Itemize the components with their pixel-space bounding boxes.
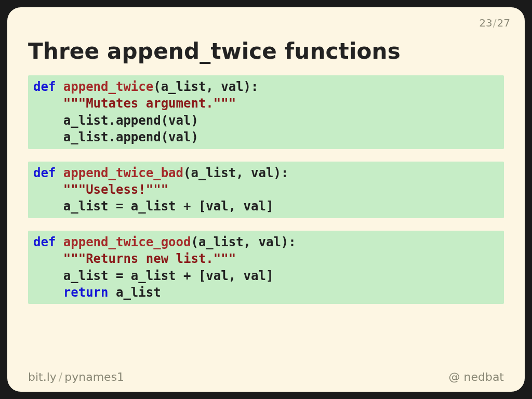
kw-def: def	[33, 166, 63, 180]
fn-name: append_twice_bad	[63, 166, 183, 180]
kw-return: return	[63, 285, 109, 300]
code-line: a_list = a_list + [val, val]	[33, 199, 273, 214]
indent	[33, 182, 63, 197]
code-line: a_list.append(val)	[33, 130, 198, 144]
fn-name: append_twice	[63, 79, 153, 94]
footer-link: bit.ly/pynames1	[28, 370, 124, 383]
indent	[33, 96, 63, 111]
page-counter: 23/27	[479, 17, 510, 29]
slide-content: Three append_twice functions def append_…	[28, 38, 504, 316]
code-rest: a_list	[109, 285, 161, 300]
fn-params: (a_list, val):	[153, 79, 258, 94]
kw-def: def	[33, 79, 63, 94]
indent	[33, 285, 63, 300]
slide-footer: bit.ly/pynames1 @ nedbat	[28, 370, 504, 383]
code-block-2: def append_twice_bad(a_list, val): """Us…	[28, 162, 504, 218]
code-line: a_list.append(val)	[33, 113, 198, 128]
page-current: 23	[479, 17, 492, 29]
code-block-3: def append_twice_good(a_list, val): """R…	[28, 231, 504, 304]
docstring: """Useless!"""	[63, 182, 168, 197]
slide: 23/27 Three append_twice functions def a…	[7, 7, 525, 392]
fn-params: (a_list, val):	[183, 166, 288, 180]
docstring: """Returns new list."""	[63, 251, 236, 266]
kw-def: def	[33, 235, 63, 249]
handle-text: nedbat	[463, 370, 504, 383]
footer-link-path: pynames1	[64, 370, 124, 383]
at-sign: @	[448, 370, 460, 383]
page-sep: /	[493, 17, 497, 29]
code-block-1: def append_twice(a_list, val): """Mutate…	[28, 75, 504, 149]
slide-title: Three append_twice functions	[28, 38, 504, 64]
docstring: """Mutates argument."""	[63, 96, 236, 111]
footer-link-sep: /	[59, 370, 62, 383]
footer-handle: @ nedbat	[448, 370, 504, 383]
fn-params: (a_list, val):	[191, 235, 296, 249]
page-total: 27	[497, 17, 510, 29]
code-line: a_list = a_list + [val, val]	[33, 269, 273, 283]
footer-link-host: bit.ly	[28, 370, 57, 383]
indent	[33, 251, 63, 266]
fn-name: append_twice_good	[63, 235, 191, 249]
